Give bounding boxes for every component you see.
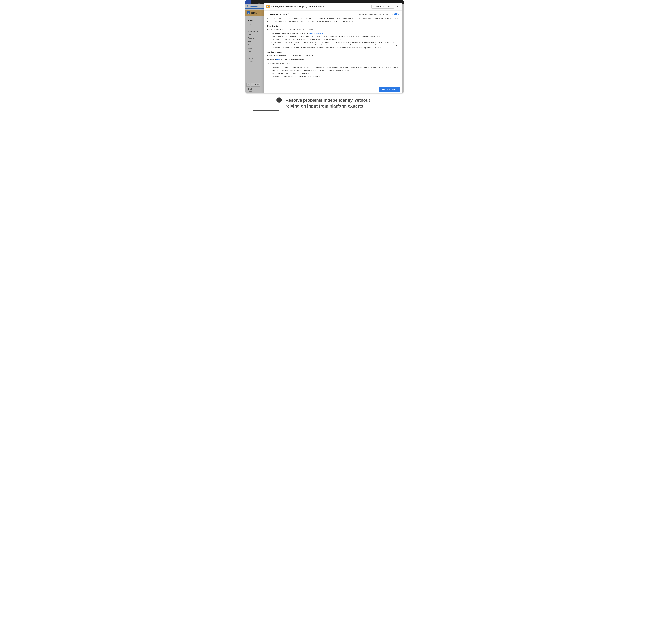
callout: Resolve problems independently, without … — [245, 97, 404, 126]
monitor-status-modal: catalogue-5f4f694f96-n4bmz (pod) - Monit… — [264, 3, 402, 93]
pod-events-heading: Pod Events — [267, 25, 399, 27]
intro-paragraph: When a Kubernetes container has errors, … — [267, 17, 399, 23]
modal-footer: CLOSE VIEW COMPONENT — [264, 86, 402, 93]
guide-header: Remediation guide ? Auto pin when follow… — [267, 13, 399, 15]
view-component-button[interactable]: VIEW COMPONENT — [379, 87, 400, 92]
pod-step-3: You can see the details of the event (cl… — [272, 38, 399, 41]
close-icon — [397, 5, 399, 7]
modal-header: catalogue-5f4f694f96-n4bmz (pod) - Monit… — [264, 3, 402, 10]
guide-help-icon[interactable]: ? — [288, 13, 290, 15]
pod-events-steps: Go to the "Events" section in the middle… — [267, 32, 399, 49]
logs-steps: Looking for changes in logging pattern, … — [267, 66, 399, 78]
container-logs-heading: Container Logs — [267, 51, 399, 53]
autopin-control: Auto pin when following a remediation de… — [359, 13, 399, 15]
chevron-down-icon — [267, 13, 269, 15]
app-window: Highlights catalo... About Type Health R… — [245, 0, 404, 93]
logs-desc-1: Check the container logs for any explici… — [267, 54, 399, 57]
close-button[interactable]: CLOSE — [366, 87, 377, 92]
pod-step-1: Go to the "Events" section in the middle… — [272, 32, 399, 35]
logs-desc-2: Inspect the Logs of all the containers i… — [267, 58, 399, 61]
chevron-right-icon — [278, 99, 280, 101]
autopin-toggle[interactable] — [394, 13, 399, 15]
callout-bullet-icon — [276, 97, 282, 103]
modal-title: catalogue-5f4f694f96-n4bmz (pod) - Monit… — [271, 5, 372, 8]
callout-connector — [253, 96, 279, 111]
pin-icon — [374, 6, 375, 7]
pod-highlight-link[interactable]: Pod highlight page — [308, 32, 323, 34]
add-to-pinned-button[interactable]: Add to pinned items — [372, 5, 394, 9]
callout-text: Resolve problems independently, without … — [286, 97, 384, 109]
log-step-1: Looking for changes in logging pattern, … — [272, 66, 399, 72]
autopin-label: Auto pin when following a remediation de… — [359, 13, 393, 15]
pod-step-4: If the 'Show related event' option is en… — [272, 41, 399, 49]
pod-events-desc: Check the pod events to identify any exp… — [267, 28, 399, 31]
remediation-guide-title: Remediation guide — [270, 13, 287, 15]
logs-link[interactable]: Logs — [276, 58, 280, 61]
modal-body: Remediation guide ? Auto pin when follow… — [264, 10, 402, 86]
pod-step-2: Check if there is are events like "BackO… — [272, 35, 399, 38]
collapse-toggle[interactable] — [267, 13, 269, 15]
logs-desc-3: Search for hints in the logs by: — [267, 62, 399, 65]
log-step-2: Searching for "Error" or "Fatal" in the … — [272, 72, 399, 75]
pod-icon — [266, 5, 270, 8]
log-step-3: Looking at the logs around the time that… — [272, 75, 399, 78]
pin-button-label: Add to pinned items — [376, 6, 392, 7]
close-modal-button[interactable] — [396, 5, 400, 8]
